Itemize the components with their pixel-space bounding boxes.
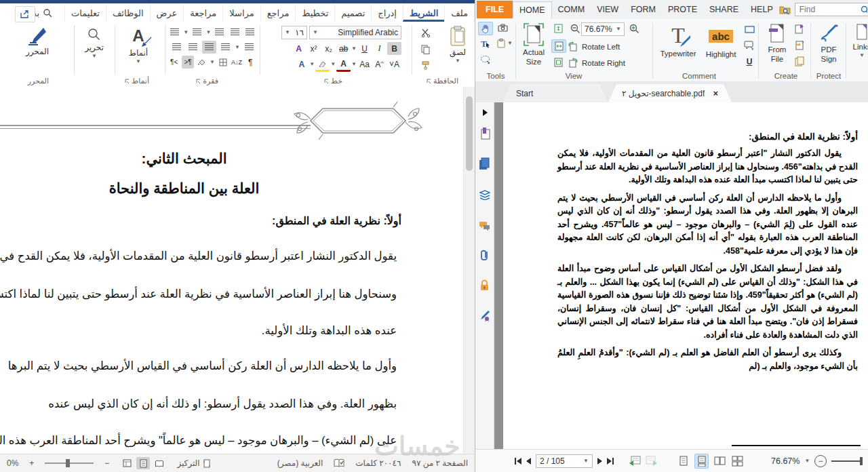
styles-button[interactable]: A أنماط ▼ bbox=[119, 26, 157, 64]
read-mode-button[interactable] bbox=[153, 457, 166, 469]
word-tab-view[interactable]: عرض bbox=[150, 4, 184, 22]
language-indicator[interactable]: العربية (مصر) bbox=[277, 458, 323, 468]
zoom-slider-thumb[interactable] bbox=[66, 459, 70, 467]
zoom-level-combo[interactable]: 76.67% ▼ bbox=[581, 22, 625, 36]
word-tab-layout[interactable]: تخطيط bbox=[295, 4, 334, 22]
clear-formatting-button[interactable]: A bbox=[292, 42, 306, 55]
focus-mode-button[interactable]: التركيز bbox=[177, 458, 210, 468]
previous-page-button[interactable] bbox=[526, 458, 531, 465]
font-size-combo[interactable]: ١٦ ▼ bbox=[281, 26, 307, 39]
rotate-left-button[interactable]: Rotate Left bbox=[568, 41, 620, 52]
word-vertical-scrollbar[interactable] bbox=[463, 87, 475, 454]
zoom-out-button[interactable] bbox=[568, 22, 582, 35]
dialog-launcher-icon[interactable] bbox=[195, 79, 201, 84]
select-text-button[interactable]: T bbox=[478, 37, 492, 50]
single-page-view-button[interactable] bbox=[677, 454, 690, 468]
foxit-tab-view[interactable]: VIEW bbox=[591, 1, 625, 18]
highlight-button[interactable]: abc Highlight bbox=[702, 24, 740, 58]
rtl-direction-button[interactable]: ¶< bbox=[182, 56, 193, 68]
typewriter-button[interactable]: T Typewriter bbox=[657, 24, 699, 58]
create-blank-button[interactable] bbox=[793, 22, 806, 35]
grow-font-button[interactable]: Aᵔ bbox=[372, 58, 387, 71]
share-button[interactable] bbox=[15, 6, 35, 22]
web-layout-button[interactable] bbox=[120, 457, 134, 469]
scrollbar-thumb[interactable] bbox=[466, 96, 473, 171]
continuous-facing-view-button[interactable] bbox=[731, 454, 744, 468]
underline-annotation-button[interactable]: U bbox=[743, 56, 756, 68]
actual-size-button[interactable]: Actual Size bbox=[519, 23, 549, 67]
expand-panel-arrow[interactable] bbox=[478, 106, 491, 119]
line-spacing-button[interactable] bbox=[242, 41, 256, 54]
first-page-button[interactable] bbox=[515, 458, 521, 465]
word-count[interactable]: ٢٠٠٤٦ كلمات bbox=[355, 458, 401, 468]
security-panel-icon[interactable] bbox=[478, 278, 491, 292]
word-tab-help[interactable]: تعليمات bbox=[64, 4, 106, 22]
ltr-direction-button[interactable]: >¶ bbox=[168, 56, 180, 68]
word-tab-references[interactable]: مراجع bbox=[260, 4, 296, 22]
pdf-sign-button[interactable]: PDF Sign bbox=[814, 23, 843, 64]
start-tab[interactable]: Start bbox=[502, 84, 608, 102]
page-indicator[interactable]: الصفحة ٢ من ٩٧ bbox=[412, 458, 468, 468]
foxit-tab-form[interactable]: FORM bbox=[625, 1, 662, 18]
attachments-panel-icon[interactable] bbox=[478, 248, 491, 262]
borders-button[interactable] bbox=[217, 56, 229, 68]
facing-view-button[interactable] bbox=[713, 454, 726, 468]
word-tab-insert[interactable]: إدراج bbox=[371, 4, 403, 22]
create-combine-button[interactable] bbox=[793, 55, 806, 67]
fit-width-button[interactable] bbox=[551, 39, 566, 53]
hand-tool-button[interactable] bbox=[478, 22, 493, 35]
increase-indent-button[interactable] bbox=[229, 26, 241, 39]
foxit-tab-help[interactable]: HELP bbox=[745, 1, 779, 18]
superscript-button[interactable]: x² bbox=[307, 42, 321, 55]
pages-panel-icon[interactable] bbox=[478, 157, 491, 170]
find-input[interactable] bbox=[798, 4, 858, 15]
next-view-button[interactable] bbox=[646, 456, 658, 466]
bold-button[interactable]: B bbox=[387, 42, 401, 55]
dialog-launcher-icon[interactable] bbox=[323, 79, 329, 84]
text-effects-button[interactable]: A bbox=[294, 58, 309, 71]
clipboard-tool-button[interactable]: ▼ bbox=[494, 37, 508, 50]
word-tab-addins[interactable]: الوظائف bbox=[106, 4, 150, 22]
dialog-launcher-icon[interactable] bbox=[124, 79, 130, 84]
links-button[interactable]: Links ▼ bbox=[850, 23, 868, 58]
strikethrough-button[interactable]: ab bbox=[336, 42, 351, 55]
from-file-button[interactable]: From File bbox=[763, 23, 791, 64]
create-from-scanner-button[interactable] bbox=[793, 39, 806, 51]
print-layout-button[interactable] bbox=[136, 457, 150, 469]
last-page-button[interactable] bbox=[607, 458, 614, 465]
paste-button[interactable]: لصق ▼ bbox=[449, 26, 467, 64]
word-document-page[interactable]: المبحث الثاني: العلة بين المناطقة والنحا… bbox=[0, 87, 464, 454]
fit-visible-button[interactable] bbox=[551, 56, 565, 68]
copy-button[interactable] bbox=[418, 43, 433, 56]
multilevel-list-button[interactable] bbox=[168, 26, 181, 39]
zoom-percentage[interactable]: 0% bbox=[7, 458, 18, 468]
chevron-down-icon[interactable]: ▼ bbox=[804, 458, 810, 464]
justify-button[interactable] bbox=[202, 41, 216, 54]
page-number-box[interactable]: 2 / 105 ▼ bbox=[536, 454, 593, 468]
next-page-button[interactable] bbox=[597, 458, 602, 465]
lasso-select-button[interactable] bbox=[478, 53, 492, 65]
underline-button[interactable]: U bbox=[357, 42, 372, 55]
shrink-font-button[interactable]: A˅ bbox=[387, 58, 401, 71]
align-right-button[interactable] bbox=[218, 41, 233, 54]
status-zoom-value[interactable]: 76.67% bbox=[771, 456, 800, 466]
zoom-in-button[interactable]: + bbox=[29, 458, 34, 468]
find-box[interactable] bbox=[795, 3, 868, 16]
decrease-indent-button[interactable] bbox=[243, 26, 256, 39]
zoom-slider[interactable] bbox=[45, 463, 94, 464]
word-tab-home[interactable]: الشريط bbox=[403, 4, 444, 22]
pilcrow-button[interactable]: ¶ bbox=[245, 56, 256, 68]
word-tab-review[interactable]: مراجعة bbox=[183, 4, 222, 22]
word-tab-design[interactable]: تصميم bbox=[334, 4, 371, 22]
previous-view-button[interactable] bbox=[629, 456, 641, 466]
zoom-slider[interactable] bbox=[831, 460, 861, 462]
close-icon[interactable]: × bbox=[713, 89, 718, 98]
pdf-page[interactable]: أولاً: نظرية العلة في المنطق: يقول الدكت… bbox=[503, 102, 868, 449]
signature-panel-icon[interactable] bbox=[478, 309, 491, 322]
snapshot-button[interactable] bbox=[496, 22, 509, 34]
format-painter-button[interactable] bbox=[418, 59, 433, 72]
proofing-status[interactable] bbox=[334, 458, 344, 468]
word-tab-mailings[interactable]: مراسلا bbox=[222, 4, 260, 22]
active-document-tab[interactable]: تحويل ٢-searchable.pdf × bbox=[608, 84, 732, 102]
foxit-tab-protect[interactable]: PROTE bbox=[662, 1, 703, 18]
